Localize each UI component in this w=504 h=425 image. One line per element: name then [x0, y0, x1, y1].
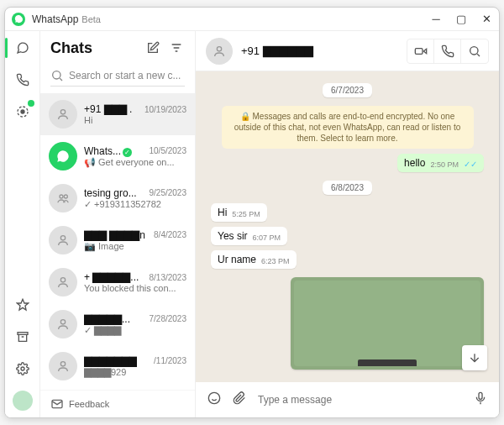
chat-item[interactable]: ▇▇▇ ▇▇▇▇n8/4/2023📷 Image: [40, 219, 195, 261]
emoji-icon[interactable]: [207, 391, 221, 408]
svg-point-1: [21, 110, 24, 113]
chat-list-panel: Chats Search or start a new c... +91 ▇▇▇…: [40, 31, 196, 417]
svg-point-15: [60, 362, 65, 366]
settings-icon[interactable]: [13, 359, 33, 379]
app-title: WhatsApp: [32, 13, 78, 25]
svg-rect-2: [18, 333, 28, 335]
svg-point-13: [60, 278, 65, 282]
feedback-icon: [50, 397, 64, 411]
chat-item[interactable]: Whats...✓10/5/2023📢 Get everyone on...: [40, 135, 195, 177]
image-message[interactable]: [291, 277, 484, 370]
nav-rail: [5, 31, 40, 417]
message-bubble[interactable]: hello2:50 PM✓✓: [397, 154, 484, 172]
contact-name[interactable]: +91 ▇▇▇▇▇▇: [241, 45, 398, 57]
maximize-button[interactable]: ▢: [455, 13, 467, 25]
chat-name: tesing gro...: [84, 187, 137, 199]
chat-name: ▇▇▇▇▇▇▇: [84, 355, 137, 367]
message-bubble[interactable]: Hi5:25 PM: [211, 203, 267, 222]
scroll-to-bottom-button[interactable]: [462, 345, 487, 370]
chat-avatar: [49, 184, 77, 212]
chat-items: +91 ▇▇▇ .10/19/2023HiWhats...✓10/5/2023📢…: [40, 93, 195, 390]
video-call-button[interactable]: [407, 39, 434, 63]
status-tab-icon[interactable]: [13, 102, 33, 122]
filter-icon[interactable]: [170, 41, 185, 56]
chat-date: /11/2023: [154, 356, 186, 365]
message-text: Yes sir: [218, 230, 248, 242]
chats-tab-icon[interactable]: [13, 38, 33, 58]
message-bubble[interactable]: Yes sir6:07 PM: [211, 227, 287, 245]
search-icon: [50, 69, 64, 82]
search-in-chat-button[interactable]: [461, 39, 488, 63]
chat-preview: 📢 Get everyone on...: [84, 157, 186, 168]
chat-item[interactable]: ▇▇▇▇▇▇▇/11/2023▇▇▇▇929: [40, 345, 195, 387]
message-time: 5:25 PM: [232, 210, 260, 218]
chat-item[interactable]: ▇▇▇▇▇...7/28/2023✓ ▇▇▇▇: [40, 303, 195, 345]
svg-point-11: [64, 195, 67, 198]
chat-preview: You blocked this con...: [84, 283, 186, 293]
chat-avatar: [49, 310, 77, 338]
audio-call-button[interactable]: [434, 39, 461, 63]
svg-rect-18: [415, 48, 423, 54]
verified-icon: ✓: [123, 148, 132, 157]
chat-date: 8/13/2023: [150, 273, 187, 282]
contact-avatar[interactable]: [206, 38, 233, 65]
minimize-button[interactable]: ─: [430, 13, 442, 25]
chat-date: 8/4/2023: [154, 230, 186, 239]
chat-date: 7/28/2023: [150, 314, 187, 323]
chat-name: Whats...✓: [84, 145, 132, 157]
feedback-button[interactable]: Feedback: [40, 390, 195, 417]
chat-date: 10/19/2023: [144, 105, 186, 114]
svg-point-19: [470, 46, 478, 54]
calls-tab-icon[interactable]: [13, 70, 33, 90]
chat-avatar: [49, 226, 77, 254]
chat-preview: ✓ ▇▇▇▇: [84, 325, 186, 336]
messages-area[interactable]: 6/7/2023🔒 Messages and calls are end-to-…: [196, 71, 499, 382]
read-ticks-icon: ✓✓: [464, 160, 477, 169]
chat-item[interactable]: tesing gro...9/25/2023✓ +919311352782: [40, 177, 195, 219]
profile-avatar[interactable]: [13, 391, 33, 411]
svg-point-21: [208, 392, 219, 403]
feedback-label: Feedback: [69, 399, 109, 409]
svg-point-12: [60, 236, 65, 240]
chat-preview: ▇▇▇▇929: [84, 367, 186, 378]
chat-preview: ✓ +919311352782: [84, 199, 186, 210]
chat-item[interactable]: + ▇▇▇▇▇...8/13/2023You blocked this con.…: [40, 261, 195, 303]
svg-point-7: [53, 71, 60, 79]
chat-preview: 📷 Image: [84, 241, 186, 252]
message-time: 6:23 PM: [261, 257, 290, 265]
chats-heading: Chats: [50, 39, 138, 57]
svg-point-17: [217, 46, 221, 50]
chat-panel: +91 ▇▇▇▇▇▇ 6/7/2023🔒 Messages and calls …: [196, 31, 499, 417]
chat-date: 10/5/2023: [150, 146, 187, 155]
message-bubble[interactable]: Ur name6:23 PM: [211, 250, 297, 269]
chat-name: ▇▇▇ ▇▇▇▇n: [84, 229, 145, 241]
close-button[interactable]: ✕: [480, 13, 492, 25]
svg-line-8: [60, 78, 62, 81]
app-window: WhatsApp Beta ─ ▢ ✕ Chats: [4, 7, 500, 418]
new-chat-icon[interactable]: [146, 41, 161, 56]
encryption-notice[interactable]: 🔒 Messages and calls are end-to-end encr…: [222, 106, 474, 149]
chat-date: 9/25/2023: [150, 188, 187, 197]
attach-icon[interactable]: [233, 391, 246, 408]
mic-icon[interactable]: [474, 391, 487, 408]
date-chip: 6/7/2023: [323, 83, 372, 97]
date-chip: 6/8/2023: [323, 181, 372, 195]
chat-name: + ▇▇▇▇▇...: [84, 271, 139, 283]
svg-point-3: [21, 367, 24, 370]
chat-name: +91 ▇▇▇ .: [84, 103, 132, 115]
chat-avatar: [49, 100, 77, 129]
message-input[interactable]: [258, 394, 462, 406]
chat-avatar: [49, 268, 77, 296]
svg-point-9: [60, 110, 65, 114]
whatsapp-logo-icon: [12, 13, 25, 26]
chat-item[interactable]: +91 ▇▇▇ .10/19/2023Hi: [40, 93, 195, 135]
message-text: Ur name: [218, 254, 256, 265]
message-text: hello: [404, 157, 425, 169]
beta-label: Beta: [81, 14, 101, 24]
search-placeholder: Search or start a new c...: [69, 70, 181, 81]
starred-icon[interactable]: [13, 295, 33, 315]
svg-point-14: [60, 320, 65, 324]
composer: [196, 382, 499, 417]
search-input[interactable]: Search or start a new c...: [50, 66, 185, 87]
archive-icon[interactable]: [13, 327, 33, 347]
